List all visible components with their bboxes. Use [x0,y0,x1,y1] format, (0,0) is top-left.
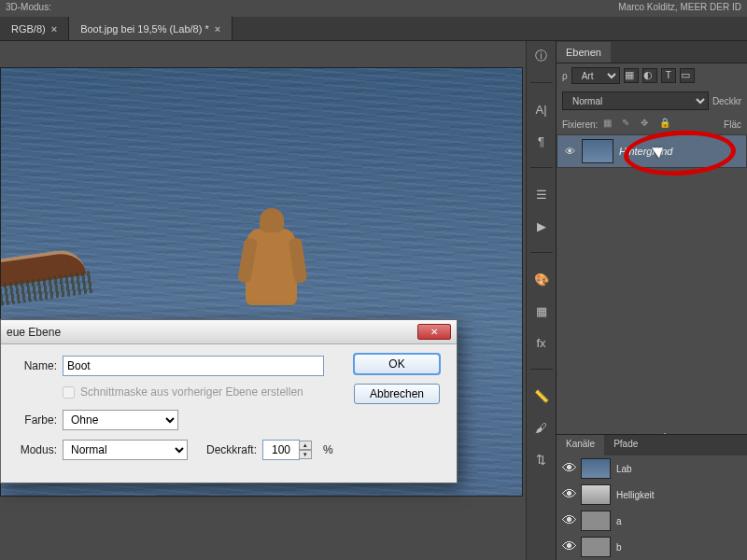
color-select[interactable]: Ohne [63,410,178,430]
channel-label: Lab [616,464,632,474]
ok-button[interactable]: OK [354,354,440,374]
layer-thumbnail[interactable] [582,139,613,163]
layer-name-label[interactable]: Hintergrund [619,146,672,157]
filter-glyph-icon: ρ [562,71,568,81]
blend-mode-select[interactable]: Normal [562,91,709,110]
filter-type-icon[interactable]: T [661,68,676,83]
grid-icon[interactable]: ▦ [532,301,551,320]
doc-tab-1-label: RGB/8) [11,23,46,35]
canvas-area: eue Ebene ✕ Name: Schnittmaske aus vorhe… [0,41,526,560]
mode3d-label: 3D-Modus: [6,2,51,12]
channel-label: a [616,516,622,526]
brush-icon[interactable]: 🖌 [532,418,551,437]
visibility-icon[interactable]: 👁 [562,512,575,529]
lock-label: Fixieren: [562,119,598,130]
topbar-right-text: Marco Kolditz, MEER DER ID [618,2,741,12]
tab-channels[interactable]: Kanäle [557,435,604,455]
opacity-step-down[interactable]: ▾ [299,450,312,459]
close-icon[interactable]: × [215,23,220,35]
info-icon[interactable]: ⓘ [532,47,551,65]
dialog-close-button[interactable]: ✕ [417,324,451,340]
filter-type-select[interactable]: Art [571,67,620,84]
doc-tab-1[interactable]: RGB/8) × [0,17,69,40]
layer-list: 👁 Hintergrund [557,134,747,168]
fill-label: Fläc [724,119,741,130]
visibility-icon[interactable]: 👁 [562,460,575,477]
lock-all-icon[interactable]: 🔒 [659,118,672,131]
channels-panel: Kanäle Pfade 👁 Lab 👁 Helligkeit 👁 a 👁 [557,434,747,560]
mode-select[interactable]: Normal [63,440,188,460]
visibility-icon[interactable]: 👁 [562,486,575,503]
channel-thumb [581,458,611,479]
opacity-step-up[interactable]: ▴ [299,441,312,450]
character-icon[interactable]: A| [532,100,551,119]
channel-lab[interactable]: 👁 Lab [557,455,747,482]
visibility-icon[interactable]: 👁 [563,146,576,157]
channel-thumb [581,484,611,505]
lock-position-icon[interactable]: ✎ [622,118,635,131]
layer-name-input[interactable] [63,356,324,376]
layer-filter-row: ρ Art ▦ ◐ T ▭ [557,63,747,88]
lock-move-icon[interactable]: ✥ [641,118,654,131]
close-icon[interactable]: × [51,23,57,35]
swatches-icon[interactable]: 🎨 [532,270,551,288]
fisherman-figure [239,208,304,320]
clipmask-label: Schnittmaske aus vorheriger Ebene erstel… [80,385,303,399]
options-bar: 3D-Modus: Marco Kolditz, MEER DER ID [0,0,747,17]
clipmask-checkbox-input [63,386,75,399]
fx-icon[interactable]: fx [532,333,551,352]
tab-paths[interactable]: Pfade [604,435,647,455]
lock-pixels-icon[interactable]: ▦ [603,118,616,131]
name-label: Name: [10,359,57,372]
opacity-input[interactable] [262,440,300,460]
dialog-titlebar[interactable]: eue Ebene ✕ [1,320,457,344]
color-label: Farbe: [10,413,57,427]
doc-tab-2-label: Boot.jpg bei 19,5% (Lab/8) * [80,23,209,35]
paragraph-icon[interactable]: ¶ [532,132,551,150]
workspace: eue Ebene ✕ Name: Schnittmaske aus vorhe… [0,41,747,560]
channel-lightness[interactable]: 👁 Helligkeit [557,482,747,508]
filter-adjust-icon[interactable]: ◐ [642,68,657,83]
filter-shape-icon[interactable]: ▭ [680,68,695,83]
channel-a[interactable]: 👁 a [557,508,747,534]
channel-thumb [581,511,611,531]
mode-label: Modus: [10,443,57,456]
visibility-icon[interactable]: 👁 [562,539,575,555]
dialog-title: eue Ebene [7,326,61,339]
channel-b[interactable]: 👁 b [557,534,747,560]
channel-label: b [616,542,622,553]
cancel-button[interactable]: Abbrechen [354,384,440,404]
opacity-label: Deckkraft: [206,443,257,456]
percent-label: % [323,443,333,456]
channel-label: Helligkeit [616,490,655,500]
opacity-panel-label: Deckkr [712,96,741,106]
ruler-icon[interactable]: 📏 [532,386,551,405]
tab-layers[interactable]: Ebenen [557,42,611,63]
collapsed-panels-strip: ⓘ A| ¶ ☰ ▶ 🎨 ▦ fx 📏 🖌 ⇅ [526,41,556,560]
misc-icon[interactable]: ⇅ [532,450,551,469]
new-layer-dialog: eue Ebene ✕ Name: Schnittmaske aus vorhe… [0,319,458,483]
right-panel-group: Ebenen ρ Art ▦ ◐ T ▭ Normal Deckkr Fixie… [556,41,747,560]
doc-tab-2[interactable]: Boot.jpg bei 19,5% (Lab/8) * × [69,17,233,40]
document-tabs: RGB/8) × Boot.jpg bei 19,5% (Lab/8) * × [0,17,747,41]
layers-panel-tabs: Ebenen [557,41,747,63]
play-icon[interactable]: ▶ [532,217,551,235]
channel-thumb [581,537,611,557]
layer-item-background[interactable]: 👁 Hintergrund [557,134,747,168]
list-icon[interactable]: ☰ [532,185,551,203]
filter-pixel-icon[interactable]: ▦ [624,68,639,83]
